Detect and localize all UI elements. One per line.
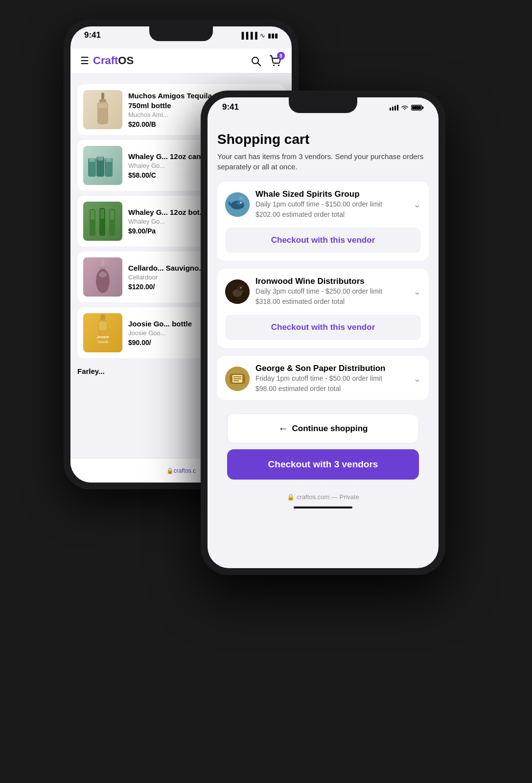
vendor-name-ironwood: Ironwood Wine Distributors	[255, 276, 408, 286]
vendor-name-george: George & Son Paper Distribution	[255, 364, 408, 373]
chevron-down-icon-george[interactable]: ⌄	[414, 373, 421, 384]
vendor-details-whale-2: $202.00 estimated order total	[255, 209, 408, 220]
svg-point-39	[240, 202, 242, 204]
svg-rect-7	[98, 103, 107, 108]
back-logo-area: ☰ CraftOS	[80, 54, 134, 67]
vendor-info-ironwood: Ironwood Wine Distributors Daily 3pm cut…	[255, 276, 408, 307]
svg-rect-32	[397, 105, 398, 111]
wifi-icon	[401, 104, 409, 111]
lock-icon: 🔒	[287, 493, 295, 501]
vendor-logo-ironwood	[225, 279, 250, 304]
cart-content: Shopping cart Your cart has items from 3…	[208, 122, 439, 568]
cart-actions: ← Continue shopping Checkout with 3 vend…	[217, 408, 429, 493]
checkout-vendor-whale-label: Checkout with this vendor	[271, 235, 375, 245]
checkout-all-button[interactable]: Checkout with 3 vendors	[227, 449, 419, 480]
front-status-icons	[390, 103, 424, 111]
front-url-text: craftos.com — Private	[297, 493, 359, 501]
svg-rect-18	[100, 209, 104, 219]
vendor-details-ironwood-1: Daily 3pm cutoff time - $250.00 order li…	[255, 286, 408, 297]
checkout-all-label: Checkout with 3 vendors	[268, 459, 378, 469]
back-header-icons: 8	[251, 55, 282, 67]
signal-icon: ▐▐▐▐	[239, 32, 257, 39]
logo-craft: Craft	[93, 54, 118, 67]
svg-point-23	[99, 272, 107, 277]
product-image-tequila	[83, 90, 122, 129]
back-header: ☰ CraftOS 8	[70, 48, 292, 73]
cart-subtitle: Your cart has items from 3 vendors. Send…	[217, 151, 429, 172]
vendor-details-george-1: Friday 1pm cutoff time - $50.00 order li…	[255, 373, 408, 384]
vendor-card-george: George & Son Paper Distribution Friday 1…	[217, 356, 429, 400]
svg-rect-29	[390, 108, 391, 111]
svg-rect-13	[106, 158, 112, 162]
cart-title: Shopping cart	[217, 132, 429, 147]
svg-rect-20	[101, 259, 104, 268]
front-screen: 9:41	[208, 97, 439, 568]
back-url: craftos.c	[174, 467, 196, 474]
vendor-logo-whale	[225, 192, 250, 217]
svg-point-38	[237, 201, 243, 205]
vendor-card-ironwood: Ironwood Wine Distributors Daily 3pm cut…	[217, 269, 429, 348]
svg-rect-21	[99, 267, 107, 269]
continue-shopping-label: Continue shopping	[292, 424, 368, 434]
svg-point-3	[278, 65, 279, 66]
svg-rect-35	[412, 106, 421, 109]
vendor-card-whale: Whale Sized Spirits Group Daily 1pm cuto…	[217, 182, 429, 261]
wifi-icon: ∿	[260, 32, 265, 39]
svg-rect-19	[110, 210, 114, 220]
back-notch	[149, 26, 213, 41]
svg-rect-17	[91, 210, 94, 220]
search-icon[interactable]	[251, 55, 261, 67]
phone-front: 9:41	[201, 91, 445, 575]
svg-text:Joosie: Joosie	[96, 335, 109, 339]
battery-icon: ▮▮▮	[268, 32, 278, 39]
svg-text:Goosie: Goosie	[97, 340, 108, 344]
product-image-green-bottles	[83, 202, 122, 241]
svg-rect-30	[392, 107, 393, 111]
svg-rect-4	[101, 92, 104, 100]
back-status-icons: ▐▐▐▐ ∿ ▮▮▮	[239, 32, 278, 39]
product-image-wine	[83, 257, 122, 297]
vendor-header-ironwood[interactable]: Ironwood Wine Distributors Daily 3pm cut…	[217, 269, 429, 313]
logo-os: OS	[118, 54, 134, 67]
checkout-vendor-whale-button[interactable]: Checkout with this vendor	[225, 228, 421, 253]
product-image-juice: Joosie Goosie	[83, 313, 122, 352]
vendor-details-george-2: $98.00 estimated order total	[255, 384, 408, 394]
chevron-down-icon-whale[interactable]: ⌄	[414, 199, 421, 210]
lock-icon: 🔒	[166, 467, 174, 474]
svg-point-2	[273, 65, 275, 66]
signal-icon	[390, 104, 398, 111]
battery-icon	[411, 103, 424, 111]
svg-line-1	[258, 63, 261, 66]
vendor-header-george[interactable]: George & Son Paper Distribution Friday 1…	[217, 356, 429, 400]
vendor-info-george: George & Son Paper Distribution Friday 1…	[255, 364, 408, 394]
chevron-down-icon-ironwood[interactable]: ⌄	[414, 286, 421, 297]
vendor-logo-george	[225, 367, 250, 391]
front-url-bar: 🔒 craftos.com — Private	[217, 493, 429, 505]
svg-rect-31	[394, 106, 396, 111]
svg-point-43	[240, 287, 241, 288]
svg-point-50	[230, 374, 232, 384]
front-notch	[289, 97, 357, 113]
continue-shopping-button[interactable]: ← Continue shopping	[227, 414, 419, 443]
vendor-details-whale-1: Daily 1pm cutoff time - $150.00 order li…	[255, 199, 408, 209]
vendor-name-whale: Whale Sized Spirits Group	[255, 189, 408, 199]
cart-count: 8	[277, 52, 285, 60]
hamburger-icon[interactable]: ☰	[80, 55, 89, 67]
svg-rect-26	[99, 322, 107, 330]
front-time: 9:41	[222, 102, 239, 112]
product-image-beer-cans	[83, 146, 122, 185]
checkout-vendor-ironwood-label: Checkout with this vendor	[271, 322, 375, 332]
svg-rect-12	[97, 157, 103, 161]
vendor-header-whale[interactable]: Whale Sized Spirits Group Daily 1pm cuto…	[217, 182, 429, 226]
back-time: 9:41	[84, 30, 101, 40]
svg-rect-34	[422, 106, 424, 109]
svg-point-51	[242, 374, 245, 384]
svg-rect-11	[89, 158, 95, 162]
checkout-vendor-ironwood-button[interactable]: Checkout with this vendor	[225, 315, 421, 340]
arrow-left-icon: ←	[278, 423, 288, 434]
front-home-indicator	[294, 507, 352, 508]
cart-icon[interactable]: 8	[269, 55, 282, 67]
vendor-info-whale: Whale Sized Spirits Group Daily 1pm cuto…	[255, 189, 408, 220]
back-logo: CraftOS	[93, 54, 134, 67]
vendor-details-ironwood-2: $318.00 estimated order total	[255, 297, 408, 307]
